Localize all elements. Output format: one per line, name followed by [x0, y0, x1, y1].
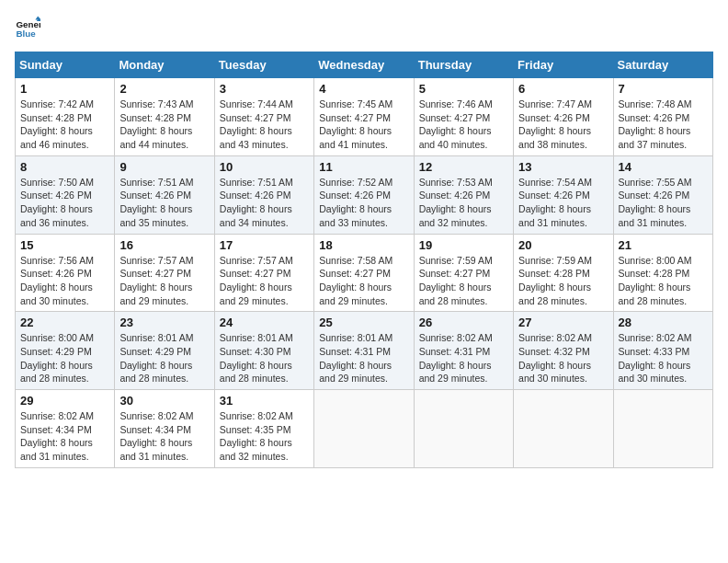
calendar-cell: 2 Sunrise: 7:43 AM Sunset: 4:28 PM Dayli… — [115, 78, 214, 156]
day-number: 9 — [119, 160, 209, 174]
day-info: Sunrise: 8:01 AM Sunset: 4:30 PM Dayligh… — [220, 331, 309, 385]
calendar-cell: 28 Sunrise: 8:02 AM Sunset: 4:33 PM Dayl… — [613, 312, 712, 390]
day-info: Sunrise: 8:02 AM Sunset: 4:33 PM Dayligh… — [619, 331, 708, 385]
day-number: 21 — [619, 238, 708, 252]
calendar-cell: 26 Sunrise: 8:02 AM Sunset: 4:31 PM Dayl… — [414, 312, 513, 390]
day-info: Sunrise: 8:02 AM Sunset: 4:32 PM Dayligh… — [518, 331, 608, 385]
calendar-week-3: 15 Sunrise: 7:56 AM Sunset: 4:26 PM Dayl… — [16, 234, 713, 312]
logo: General Blue — [15, 15, 44, 40]
weekday-header-saturday: Saturday — [613, 52, 712, 78]
day-number: 30 — [119, 394, 209, 408]
day-number: 13 — [518, 160, 608, 174]
day-number: 20 — [518, 238, 608, 252]
calendar-week-4: 22 Sunrise: 8:00 AM Sunset: 4:29 PM Dayl… — [16, 312, 713, 390]
day-number: 24 — [220, 316, 309, 329]
day-number: 5 — [419, 82, 508, 96]
weekday-header-sunday: Sunday — [16, 52, 115, 78]
day-info: Sunrise: 8:02 AM Sunset: 4:35 PM Dayligh… — [220, 409, 309, 464]
calendar-cell: 29 Sunrise: 8:02 AM Sunset: 4:34 PM Dayl… — [16, 390, 115, 468]
weekday-header-thursday: Thursday — [414, 52, 513, 78]
day-info: Sunrise: 7:56 AM Sunset: 4:26 PM Dayligh… — [20, 254, 109, 308]
day-info: Sunrise: 7:59 AM Sunset: 4:28 PM Dayligh… — [518, 254, 608, 308]
calendar-cell: 25 Sunrise: 8:01 AM Sunset: 4:31 PM Dayl… — [314, 312, 414, 390]
day-info: Sunrise: 7:52 AM Sunset: 4:26 PM Dayligh… — [319, 176, 408, 230]
day-info: Sunrise: 8:00 AM Sunset: 4:29 PM Dayligh… — [20, 331, 109, 385]
calendar-cell: 30 Sunrise: 8:02 AM Sunset: 4:34 PM Dayl… — [115, 390, 214, 468]
day-info: Sunrise: 7:59 AM Sunset: 4:27 PM Dayligh… — [419, 254, 508, 308]
day-info: Sunrise: 8:01 AM Sunset: 4:31 PM Dayligh… — [319, 331, 408, 385]
day-info: Sunrise: 7:42 AM Sunset: 4:28 PM Dayligh… — [20, 98, 109, 152]
day-number: 4 — [319, 82, 408, 96]
calendar-cell: 12 Sunrise: 7:53 AM Sunset: 4:26 PM Dayl… — [414, 155, 513, 234]
calendar-cell: 19 Sunrise: 7:59 AM Sunset: 4:27 PM Dayl… — [414, 234, 513, 312]
calendar-cell: 21 Sunrise: 8:00 AM Sunset: 4:28 PM Dayl… — [613, 234, 712, 312]
day-info: Sunrise: 7:50 AM Sunset: 4:26 PM Dayligh… — [20, 176, 109, 230]
calendar-cell: 18 Sunrise: 7:58 AM Sunset: 4:27 PM Dayl… — [314, 234, 414, 312]
day-number: 6 — [518, 82, 608, 96]
calendar-week-2: 8 Sunrise: 7:50 AM Sunset: 4:26 PM Dayli… — [16, 155, 713, 234]
calendar-week-1: 1 Sunrise: 7:42 AM Sunset: 4:28 PM Dayli… — [16, 78, 713, 156]
calendar-cell: 7 Sunrise: 7:48 AM Sunset: 4:26 PM Dayli… — [613, 78, 712, 156]
weekday-header-wednesday: Wednesday — [314, 52, 414, 78]
calendar-header-row: SundayMondayTuesdayWednesdayThursdayFrid… — [16, 52, 713, 78]
day-info: Sunrise: 7:58 AM Sunset: 4:27 PM Dayligh… — [319, 254, 408, 308]
calendar-cell: 31 Sunrise: 8:02 AM Sunset: 4:35 PM Dayl… — [214, 390, 313, 468]
calendar-week-5: 29 Sunrise: 8:02 AM Sunset: 4:34 PM Dayl… — [16, 390, 713, 468]
day-number: 12 — [419, 160, 508, 174]
day-info: Sunrise: 7:48 AM Sunset: 4:26 PM Dayligh… — [619, 98, 708, 152]
day-info: Sunrise: 7:51 AM Sunset: 4:26 PM Dayligh… — [220, 176, 309, 230]
day-info: Sunrise: 8:02 AM Sunset: 4:34 PM Dayligh… — [20, 409, 109, 464]
day-number: 23 — [119, 316, 209, 329]
day-info: Sunrise: 8:02 AM Sunset: 4:31 PM Dayligh… — [419, 331, 508, 385]
calendar-cell: 5 Sunrise: 7:46 AM Sunset: 4:27 PM Dayli… — [414, 78, 513, 156]
day-info: Sunrise: 7:44 AM Sunset: 4:27 PM Dayligh… — [220, 98, 309, 152]
calendar-cell: 8 Sunrise: 7:50 AM Sunset: 4:26 PM Dayli… — [16, 155, 115, 234]
calendar-cell: 22 Sunrise: 8:00 AM Sunset: 4:29 PM Dayl… — [16, 312, 115, 390]
day-number: 10 — [220, 160, 309, 174]
day-number: 28 — [619, 316, 708, 329]
day-info: Sunrise: 7:54 AM Sunset: 4:26 PM Dayligh… — [518, 176, 608, 230]
day-number: 17 — [220, 238, 309, 252]
day-number: 8 — [20, 160, 109, 174]
weekday-header-tuesday: Tuesday — [214, 52, 313, 78]
day-number: 29 — [20, 394, 109, 408]
day-info: Sunrise: 7:57 AM Sunset: 4:27 PM Dayligh… — [220, 254, 309, 308]
calendar-cell — [314, 390, 414, 468]
day-info: Sunrise: 7:51 AM Sunset: 4:26 PM Dayligh… — [119, 176, 209, 230]
calendar-cell: 1 Sunrise: 7:42 AM Sunset: 4:28 PM Dayli… — [16, 78, 115, 156]
calendar-cell: 16 Sunrise: 7:57 AM Sunset: 4:27 PM Dayl… — [115, 234, 214, 312]
calendar-cell — [414, 390, 513, 468]
day-number: 2 — [119, 82, 209, 96]
day-info: Sunrise: 7:53 AM Sunset: 4:26 PM Dayligh… — [419, 176, 508, 230]
calendar-cell: 17 Sunrise: 7:57 AM Sunset: 4:27 PM Dayl… — [214, 234, 313, 312]
day-number: 25 — [319, 316, 408, 329]
weekday-header-friday: Friday — [514, 52, 613, 78]
header: General Blue — [15, 15, 713, 40]
day-number: 14 — [619, 160, 708, 174]
logo-icon: General Blue — [15, 15, 40, 40]
calendar-cell: 11 Sunrise: 7:52 AM Sunset: 4:26 PM Dayl… — [314, 155, 414, 234]
day-number: 3 — [220, 82, 309, 96]
day-info: Sunrise: 7:45 AM Sunset: 4:27 PM Dayligh… — [319, 98, 408, 152]
day-number: 27 — [518, 316, 608, 329]
day-info: Sunrise: 7:47 AM Sunset: 4:26 PM Dayligh… — [518, 98, 608, 152]
svg-text:Blue: Blue — [16, 29, 36, 39]
day-info: Sunrise: 7:46 AM Sunset: 4:27 PM Dayligh… — [419, 98, 508, 152]
day-info: Sunrise: 7:57 AM Sunset: 4:27 PM Dayligh… — [119, 254, 209, 308]
calendar-cell: 27 Sunrise: 8:02 AM Sunset: 4:32 PM Dayl… — [514, 312, 613, 390]
calendar-cell — [514, 390, 613, 468]
calendar: SundayMondayTuesdayWednesdayThursdayFrid… — [15, 52, 713, 468]
day-number: 22 — [20, 316, 109, 329]
day-info: Sunrise: 8:00 AM Sunset: 4:28 PM Dayligh… — [619, 254, 708, 308]
calendar-cell: 24 Sunrise: 8:01 AM Sunset: 4:30 PM Dayl… — [214, 312, 313, 390]
day-number: 19 — [419, 238, 508, 252]
day-info: Sunrise: 8:02 AM Sunset: 4:34 PM Dayligh… — [119, 409, 209, 464]
day-number: 26 — [419, 316, 508, 329]
calendar-cell: 20 Sunrise: 7:59 AM Sunset: 4:28 PM Dayl… — [514, 234, 613, 312]
calendar-cell: 10 Sunrise: 7:51 AM Sunset: 4:26 PM Dayl… — [214, 155, 313, 234]
day-number: 11 — [319, 160, 408, 174]
day-info: Sunrise: 7:55 AM Sunset: 4:26 PM Dayligh… — [619, 176, 708, 230]
calendar-cell: 23 Sunrise: 8:01 AM Sunset: 4:29 PM Dayl… — [115, 312, 214, 390]
weekday-header-monday: Monday — [115, 52, 214, 78]
day-number: 15 — [20, 238, 109, 252]
